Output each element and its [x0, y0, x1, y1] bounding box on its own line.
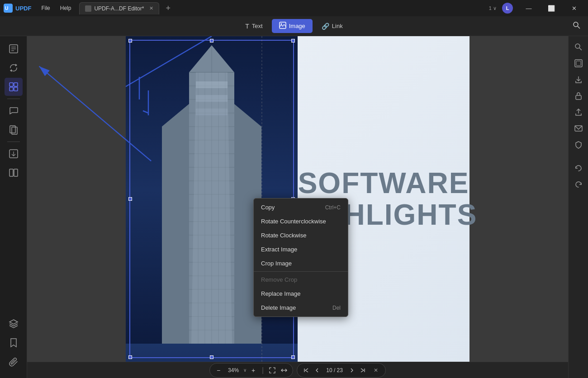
menu-file[interactable]: File — [37, 3, 54, 13]
bottom-bar: − 34% ∨ + | 10 / 23 ✕ — [27, 362, 568, 378]
right-search-button[interactable] — [571, 40, 586, 54]
sidebar-item-pages[interactable] — [5, 121, 23, 139]
svg-marker-11 — [10, 69, 12, 72]
close-page-button[interactable]: ✕ — [371, 365, 381, 375]
delete-image-label: Delete Image — [261, 304, 296, 311]
right-lock-button[interactable] — [571, 89, 586, 103]
sidebar-item-extract[interactable] — [5, 145, 23, 163]
right-protect-button[interactable] — [571, 137, 586, 152]
context-extract-image[interactable]: Extract Image — [254, 242, 348, 256]
extract-image-label: Extract Image — [261, 246, 297, 253]
context-menu: Copy Ctrl+C Rotate Counterclockwise Rota… — [253, 198, 348, 317]
link-tool-icon: 🔗 — [322, 23, 329, 30]
context-rotate-ccw[interactable]: Rotate Counterclockwise — [254, 214, 348, 228]
svg-marker-22 — [9, 320, 18, 324]
svg-rect-13 — [14, 83, 18, 86]
next-page-button[interactable] — [347, 366, 356, 375]
text-tool-button[interactable]: T Text — [238, 20, 270, 33]
window-controls: 1 ∨ L — ⬜ ✕ — [489, 0, 584, 16]
crop-image-label: Crop Image — [261, 260, 292, 267]
page-info: 10 / 23 — [323, 367, 346, 373]
tab-bar: UPDF-A...DF Editor* ✕ + — [79, 2, 488, 14]
close-button[interactable]: ✕ — [564, 0, 584, 16]
sidebar-right — [568, 36, 588, 378]
minimize-button[interactable]: — — [518, 0, 539, 16]
rotate-ccw-label: Rotate Counterclockwise — [261, 218, 326, 225]
sidebar-item-organize[interactable] — [5, 78, 23, 96]
link-tool-label: Link — [332, 23, 343, 29]
tab-icon — [85, 5, 91, 12]
svg-point-23 — [575, 44, 580, 48]
svg-rect-61 — [196, 81, 228, 88]
software-heading: SOFTWARE — [298, 167, 469, 199]
svg-rect-28 — [576, 95, 581, 99]
menu-help[interactable]: Help — [56, 3, 76, 13]
context-rotate-cw[interactable]: Rotate Clockwise — [254, 228, 348, 242]
divider-1 — [7, 99, 20, 99]
copy-label: Copy — [261, 204, 275, 211]
delete-shortcut: Del — [332, 305, 341, 311]
sidebar-item-layers[interactable] — [5, 315, 23, 333]
rotate-cw-label: Rotate Clockwise — [261, 232, 306, 239]
prev-page-button[interactable] — [313, 366, 322, 375]
active-tab[interactable]: UPDF-A...DF Editor* ✕ — [79, 2, 159, 14]
main-canvas: SOFTWARE HIGHLIGHTS Copy Ctrl+C Rotate C… — [27, 36, 568, 362]
image-tool-button[interactable]: Image — [272, 19, 313, 33]
image-tool-label: Image — [289, 23, 305, 29]
sidebar-left — [0, 36, 27, 378]
svg-line-24 — [579, 48, 582, 50]
right-mail-button[interactable] — [571, 121, 586, 136]
title-bar: U UPDF File Help UPDF-A...DF Editor* ✕ +… — [0, 0, 588, 16]
page-control: 10 / 23 ✕ — [297, 363, 386, 378]
handle-br[interactable] — [291, 355, 295, 359]
zoom-control: − 34% ∨ + | — [209, 363, 293, 378]
context-replace-image[interactable]: Replace Image — [254, 287, 348, 301]
last-page-button[interactable] — [358, 366, 367, 375]
search-button[interactable] — [573, 21, 581, 31]
menu-divider — [254, 271, 348, 272]
svg-rect-15 — [14, 87, 18, 91]
right-export-button[interactable] — [571, 72, 586, 87]
context-copy[interactable]: Copy Ctrl+C — [254, 200, 348, 214]
context-crop-image[interactable]: Crop Image — [254, 256, 348, 270]
sidebar-bottom — [5, 315, 23, 378]
svg-line-5 — [578, 26, 580, 28]
app-logo: U UPDF — [4, 4, 31, 13]
sidebar-item-edit[interactable] — [5, 40, 23, 58]
right-scan-button[interactable] — [571, 56, 586, 71]
sidebar-item-compare[interactable] — [5, 164, 23, 182]
svg-rect-21 — [14, 169, 18, 176]
right-share-button[interactable] — [571, 105, 586, 119]
zoom-out-button[interactable]: − — [213, 365, 223, 375]
divider-2 — [7, 142, 20, 142]
new-tab-button[interactable]: + — [162, 3, 174, 14]
link-tool-button[interactable]: 🔗 Link — [314, 20, 350, 33]
first-page-button[interactable] — [302, 366, 311, 375]
text-tool-label: Text — [252, 23, 263, 29]
svg-rect-14 — [9, 87, 13, 91]
sidebar-item-convert[interactable] — [5, 59, 23, 77]
svg-rect-62 — [196, 95, 228, 102]
context-delete-image[interactable]: Delete Image Del — [254, 301, 348, 315]
sidebar-item-attachment[interactable] — [5, 353, 23, 371]
handle-bl[interactable] — [128, 355, 132, 359]
svg-text:U: U — [5, 6, 8, 11]
replace-image-label: Replace Image — [261, 290, 300, 297]
zoom-dropdown-button[interactable]: ∨ — [243, 368, 247, 373]
context-remove-crop: Remove Crop — [254, 273, 348, 287]
toolbar: T Text Image 🔗 Link — [0, 16, 588, 36]
undo-button[interactable] — [571, 161, 586, 175]
user-avatar[interactable]: L — [502, 3, 513, 14]
fit-width-button[interactable] — [279, 365, 289, 375]
sidebar-item-bookmark[interactable] — [5, 334, 23, 352]
tab-label: UPDF-A...DF Editor* — [94, 5, 144, 12]
image-tool-icon — [279, 22, 286, 30]
maximize-button[interactable]: ⬜ — [541, 0, 562, 16]
sidebar-item-comment[interactable] — [5, 102, 23, 120]
redo-button[interactable] — [571, 177, 586, 192]
tab-close-button[interactable]: ✕ — [149, 5, 153, 11]
fit-page-button[interactable] — [267, 365, 277, 375]
handle-bm[interactable] — [210, 355, 213, 359]
zoom-in-button[interactable]: + — [248, 365, 258, 375]
text-tool-icon: T — [245, 23, 249, 30]
